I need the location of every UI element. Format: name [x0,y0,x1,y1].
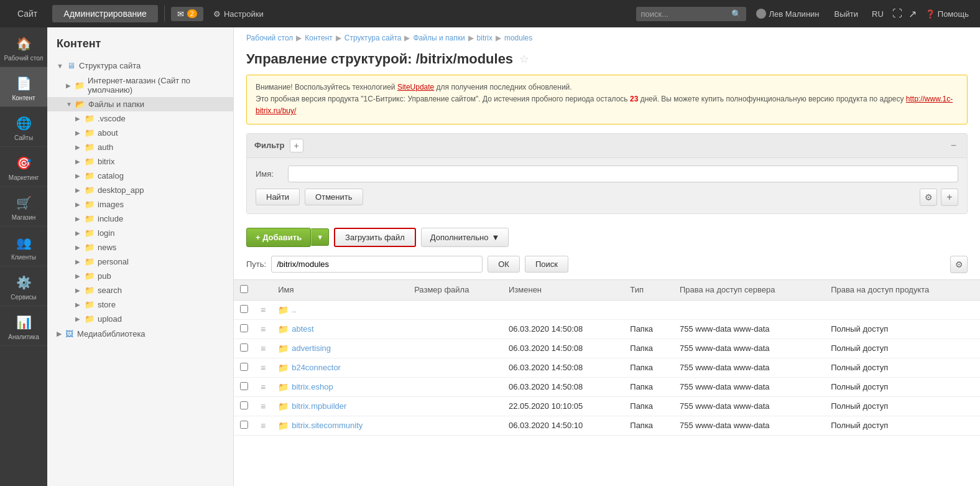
select-all-checkbox[interactable] [240,285,248,293]
sidebar-item-search[interactable]: ▶ 📁 search [47,283,233,297]
user-name: Лев Малинин [769,9,820,19]
row-checkbox[interactable] [240,421,248,429]
topbar: Сайт Администрирование ✉ 2 ⚙ Настройки 🔍… [0,0,980,27]
sidebar-item-include[interactable]: ▶ 📁 include [47,212,233,226]
services-icon: ⚙️ [15,274,32,291]
settings-button[interactable]: ⚙ Настройки [207,7,270,21]
search-folder-icon: 📁 [85,286,95,295]
breadcrumb-bitrix[interactable]: bitrix [477,34,492,42]
sidebar-item-login[interactable]: ▶ 📁 login [47,226,233,240]
sidebar-item-files[interactable]: ▼ 📂 Файлы и папки [47,97,233,111]
filter-gear-button[interactable]: ⚙ [920,189,937,206]
sidebar-item-pub[interactable]: ▶ 📁 pub [47,269,233,283]
row-checkbox[interactable] [240,363,248,371]
favorite-star-icon[interactable]: ☆ [519,52,529,66]
parent-dir-link[interactable]: .. [292,305,296,314]
folder-link[interactable]: b24connector [292,363,341,372]
sidebar-item-services[interactable]: ⚙️ Сервисы [0,266,47,306]
filter-cancel-button[interactable]: Отменить [305,189,363,205]
tab-admin[interactable]: Администрирование [52,5,158,22]
row-product-rights: Полный доступ [825,319,980,339]
filter-collapse-button[interactable]: − [948,140,959,151]
tab-site[interactable]: Сайт [6,5,49,22]
more-button[interactable]: Дополнительно ▼ [421,228,509,247]
filter-find-button[interactable]: Найти [256,189,300,205]
help-button[interactable]: ❓ Помощь [920,7,974,21]
folder-link[interactable]: abtest [292,324,313,334]
add-button[interactable]: + Добавить [246,228,311,247]
breadcrumb-structure[interactable]: Структура сайта [344,34,402,42]
search-icon: 🔍 [731,9,741,19]
row-checkbox[interactable] [240,401,248,409]
folder-link[interactable]: bitrix.sitecommunity [292,421,363,430]
row-menu-icon[interactable]: ≡ [261,363,266,373]
path-input[interactable] [271,256,483,273]
breadcrumb-modules[interactable]: modules [504,34,532,42]
language-selector[interactable]: RU [867,7,889,21]
row-size [408,339,502,358]
folder-link[interactable]: bitrix.eshop [292,382,333,391]
sidebar-item-about[interactable]: ▶ 📁 about [47,126,233,140]
arrow-icon[interactable]: ↗ [908,8,917,20]
row-checkbox[interactable] [240,305,248,313]
logout-button[interactable]: Выйти [830,7,864,21]
row-menu-icon[interactable]: ≡ [261,324,266,334]
path-search-button[interactable]: Поиск [525,256,568,273]
catalog-folder-icon: 📁 [85,171,95,180]
include-folder-icon: 📁 [85,214,95,223]
folder-link[interactable]: advertising [292,343,331,353]
breadcrumb-desktop[interactable]: Рабочий стол [246,34,293,42]
path-gear-button[interactable]: ⚙ [950,256,968,273]
sidebar-item-analytics[interactable]: 📊 Аналитика [0,306,47,346]
sidebar-item-auth[interactable]: ▶ 📁 auth [47,140,233,154]
row-menu-icon[interactable]: ≡ [261,343,266,353]
row-checkbox[interactable] [240,343,248,352]
sidebar-item-images[interactable]: ▶ 📁 images [47,197,233,212]
messages-button[interactable]: ✉ 2 [171,7,203,21]
row-checkbox[interactable] [240,324,248,332]
sidebar-item-vscode[interactable]: ▶ 📁 .vscode [47,111,233,126]
sidebar-item-personal[interactable]: ▶ 📁 personal [47,255,233,269]
row-menu-icon[interactable]: ≡ [261,382,266,392]
row-menu-icon[interactable]: ≡ [261,421,266,431]
breadcrumb-content[interactable]: Контент [305,34,332,42]
sidebar-item-media[interactable]: ▶ 🖼 Медиабиблиотека [47,326,233,342]
sidebar-item-upload[interactable]: ▶ 📁 upload [47,312,233,326]
search-input[interactable] [641,9,728,19]
row-menu: ≡ [254,377,272,396]
filter-name-input[interactable] [288,166,958,182]
row-menu-icon[interactable]: ≡ [261,305,266,315]
sidebar-item-news[interactable]: ▶ 📁 news [47,240,233,255]
sidebar-item-desktop[interactable]: 🏠 Рабочий стол [0,27,47,67]
upload-button[interactable]: Загрузить файл [334,228,416,247]
row-menu-icon[interactable]: ≡ [261,401,266,411]
sidebar-item-marketing[interactable]: 🎯 Маркетинг [0,147,47,187]
sidebar-item-catalog[interactable]: ▶ 📁 catalog [47,169,233,183]
siteupdate-link[interactable]: SiteUpdate [397,83,434,91]
breadcrumb-files[interactable]: Файлы и папки [413,34,465,42]
sidebar-item-structure[interactable]: ▼ 🖥 Структура сайта [47,58,233,73]
filter-plus-button[interactable]: + [941,189,958,206]
row-checkbox[interactable] [240,382,248,390]
sidebar-item-shop[interactable]: 🛒 Магазин [0,187,47,227]
user-info[interactable]: Лев Малинин [750,6,826,21]
sidebar-item-clients[interactable]: 👥 Клиенты [0,227,47,266]
catalog-label: catalog [98,171,124,180]
sidebar-item-content[interactable]: 📄 Контент [0,67,47,107]
alert-text3: Это пробная версия продукта "1С-Битрикс:… [256,95,630,103]
about-arrow: ▶ [75,129,81,136]
sidebar-item-internet-shop[interactable]: ▶ 📁 Интернет-магазин (Сайт по умолчанию) [47,73,233,97]
search-label: search [98,286,122,295]
sidebar-item-sites[interactable]: 🌐 Сайты [0,107,47,147]
topbar-search: 🔍 [636,7,746,21]
filter-add-button[interactable]: + [290,139,303,152]
row-modified: 06.03.2020 14:50:08 [502,377,624,396]
path-ok-button[interactable]: ОК [488,256,520,273]
expand-icon[interactable]: ⛶ [892,8,902,19]
add-dropdown-arrow[interactable]: ▼ [311,228,329,246]
sidebar-item-store[interactable]: ▶ 📁 store [47,297,233,312]
settings-label: Настройки [224,9,264,19]
sidebar-item-bitrix[interactable]: ▶ 📁 bitrix [47,154,233,169]
folder-link[interactable]: bitrix.mpbuilder [292,401,346,411]
sidebar-item-desktop-app[interactable]: ▶ 📁 desktop_app [47,183,233,197]
